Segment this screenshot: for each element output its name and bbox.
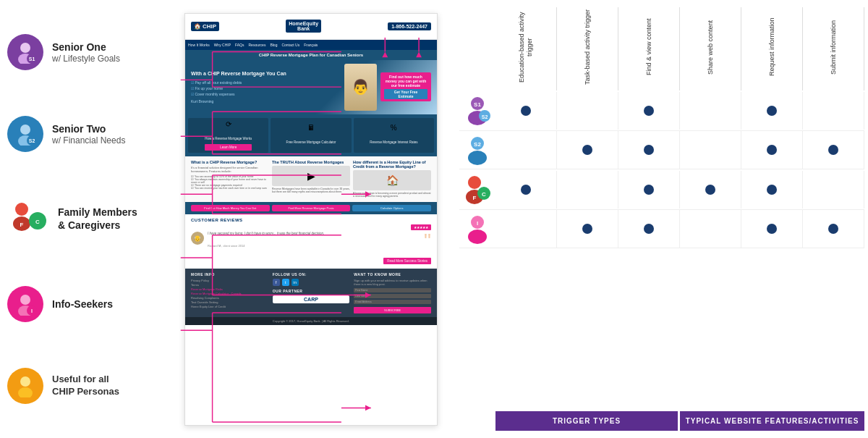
ws-header: 🏠 CHIP HomeEquityBank 1-866-522-2447 (185, 14, 437, 40)
matrix-row-s1: S1 S2 (459, 90, 864, 131)
ws-partner-logo: CARP (273, 295, 350, 303)
website-panel: TRNGAS 🏠 CHIP HomeEquityBank 1-866-522-2… (170, 0, 452, 438)
info-seekers-text: Info-Seekers (52, 298, 113, 311)
ws-hero-cta-btn: Get Your Free Estimate (384, 89, 427, 99)
matrix-row-s2: S2 (459, 131, 864, 169)
ws-hero: With a CHIP Reverse Mortgage You Can Pay… (185, 60, 437, 114)
ws-reviews-title: CUSTOMER REVIEWS (191, 218, 431, 222)
svg-point-13 (20, 295, 30, 305)
svg-point-55 (468, 151, 487, 165)
matrix-cell-s2-0 (495, 131, 557, 169)
svg-text:I: I (31, 308, 33, 313)
matrix-cell-i-3 (680, 210, 741, 248)
matrix-cell-i-1 (557, 210, 618, 248)
ws-hero-text: With a CHIP Reverse Mortgage You Can Pay… (191, 70, 341, 104)
svg-point-0 (20, 43, 30, 53)
ws-logo: 🏠 CHIP (191, 22, 219, 31)
ws-first-name-field: First Name (354, 288, 431, 292)
svg-text:I: I (477, 220, 478, 227)
ws-cta-btn-3: Calculate Options (352, 205, 431, 211)
ws-more-btn: Read More Success Stories (383, 258, 431, 264)
svg-text:S2: S2 (29, 138, 35, 143)
ws-hero-cta: Find out how much money you can get with… (380, 72, 431, 101)
ws-content-img-2: ▶ (272, 166, 350, 186)
matrix-body: S1 S2 (459, 90, 864, 408)
ws-hero-image: 👨 (344, 64, 377, 111)
persona-info-seekers: I Info-Seekers (7, 286, 163, 322)
info-seekers-icon: I (7, 286, 43, 322)
matrix-row-fc: F C (459, 169, 864, 210)
svg-point-17 (20, 376, 30, 387)
ws-hero-list: Pay off all your existing debts Fix up y… (191, 80, 341, 97)
ws-info-bar: ⟳ How a Reverse Mortgage Works Learn Mor… (185, 114, 437, 156)
matrix-cell-fc-4 (741, 171, 803, 209)
matrix-row-header-s2: S2 (459, 131, 495, 169)
svg-text:S1: S1 (29, 56, 35, 62)
svg-text:C: C (482, 191, 486, 198)
ws-hero-cta-area: Find out how much money you can get with… (380, 72, 431, 101)
matrix-cell-s1-1 (557, 92, 618, 130)
matrix-row-header-s1: S1 S2 (459, 90, 495, 130)
svg-text:S1: S1 (474, 101, 481, 108)
ws-banner: CHIP Reverse Mortgage Plan for Canadian … (185, 50, 437, 60)
ws-review-quote-icon: " (424, 233, 431, 249)
ws-cta-bar: Find Out How Much Money You Can Get Find… (185, 202, 437, 214)
matrix-footer-cells: TRIGGER TYPES TYPICAL WEBSITE FEATURES/A… (495, 411, 864, 431)
svg-text:F: F (20, 222, 24, 228)
matrix-cell-s1-2 (618, 92, 680, 130)
svg-point-63 (468, 229, 487, 244)
ws-phone: 1-866-522-2447 (388, 22, 431, 30)
matrix-cell-s2-3 (680, 131, 741, 169)
svg-text:S2: S2 (482, 114, 488, 119)
features-label: TYPICAL WEBSITE FEATURES/ACTIVITIES (680, 411, 864, 431)
matrix-cells-s1 (495, 92, 864, 130)
ws-footer-col-3: WANT TO KNOW MORE Sign up with your emai… (354, 272, 431, 313)
matrix-cell-fc-3 (680, 171, 741, 209)
matrix-cell-fc-2 (618, 171, 680, 209)
matrix-container: Education-based activity trigger Task-ba… (459, 7, 864, 431)
matrix-col-header-0: Education-based activity trigger (495, 7, 557, 90)
ws-content-grid: What is a CHIP Reverse Mortgage? It's a … (191, 160, 431, 199)
matrix-row-header-i: I (459, 210, 495, 248)
matrix-col-header-1: Task-based activity trigger (557, 7, 618, 90)
matrix-cells-i (495, 210, 864, 248)
persona-all-chip: Useful for allCHIP Personas (7, 368, 163, 404)
svg-point-8 (15, 203, 28, 216)
ws-review-content: 👴 I have secured my living, I don't have… (191, 232, 431, 249)
svg-text:C: C (35, 219, 40, 225)
family-icon: F C (7, 198, 49, 240)
ws-review-avatar: 👴 (191, 232, 204, 245)
website-screenshot: TRNGAS 🏠 CHIP HomeEquityBank 1-866-522-2… (184, 13, 438, 426)
matrix-cell-i-4 (741, 210, 803, 248)
ws-footer: MORE INFO Privacy Policy Terms Reverse M… (185, 269, 437, 317)
ws-cta-btn-1: Find Out How Much Money You Can Get (191, 205, 270, 211)
twitter-icon: t (282, 279, 289, 286)
ws-footer-col-1: MORE INFO Privacy Policy Terms Reverse M… (191, 272, 268, 313)
matrix-col-header-3: Share web content (680, 7, 741, 90)
matrix-footer-spacer (459, 411, 495, 431)
persona-family: F C Family Members& Caregivers (7, 198, 163, 240)
ws-email-field: Email Address (354, 300, 431, 304)
ws-info-item-1: ⟳ How a Reverse Mortgage Works Learn Mor… (188, 118, 268, 153)
matrix-header-row: Education-based activity trigger Task-ba… (495, 7, 864, 90)
ws-content-item-3: How different is a Home Equity Line of C… (353, 160, 431, 199)
linkedin-icon: in (292, 279, 299, 286)
senior-two-text: Senior Two w/ Financial Needs (52, 122, 125, 146)
ws-content-img-3: 🏠 (353, 170, 431, 190)
matrix-cell-s2-4 (741, 131, 803, 169)
ws-review-text: I have secured my living, I don't have t… (208, 232, 324, 249)
ws-social-icons: f t in (273, 279, 350, 286)
family-text: Family Members& Caregivers (58, 206, 137, 232)
ws-copyright: Copyright © 2017, HomeEquity Bank. | All… (185, 317, 437, 325)
svg-text:S2: S2 (474, 141, 481, 148)
matrix-cell-s2-1 (557, 131, 618, 169)
matrix-cell-fc-1 (557, 171, 618, 209)
svg-point-18 (18, 387, 33, 397)
svg-point-4 (20, 125, 30, 135)
ws-reviews: CUSTOMER REVIEWS ★★★★★ 👴 I have secured … (185, 214, 437, 268)
matrix-cells-fc (495, 171, 864, 209)
ws-subscribe-btn: SUBSCRIBE (354, 307, 431, 313)
matrix-row-header-fc: F C (459, 169, 495, 209)
matrix-cell-s1-0 (495, 92, 557, 130)
matrix-cell-s1-3 (680, 92, 741, 130)
